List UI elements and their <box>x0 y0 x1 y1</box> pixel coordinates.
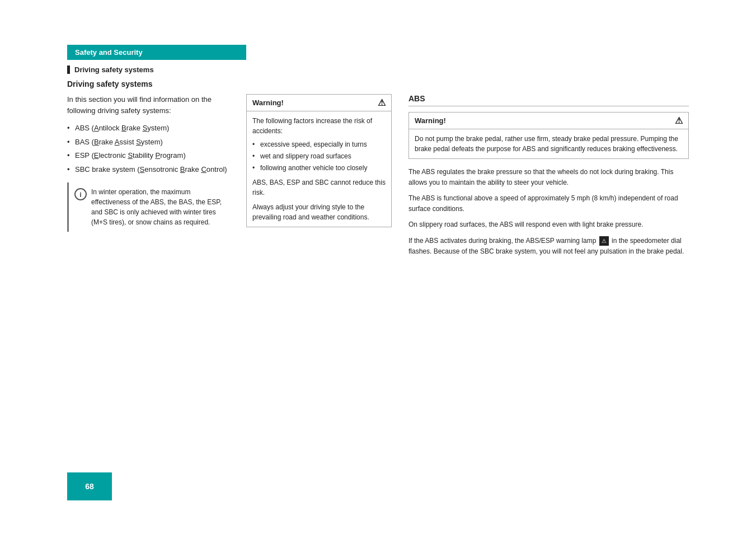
header-bar: Safety and Security <box>67 45 246 60</box>
abs-warning-body: Do not pump the brake pedal, rather use … <box>409 129 688 158</box>
warning-middle-label: Warning! <box>252 99 284 107</box>
header-title: Safety and Security <box>75 48 143 57</box>
section-heading: Driving safety systems <box>67 65 689 74</box>
abs-warning-label: Warning! <box>415 116 446 125</box>
list-item: SBC brake system (Sensotronic Brake Cont… <box>67 164 229 175</box>
warning-middle-body: The following factors increase the risk … <box>247 111 391 227</box>
intro-text: In this section you will find informatio… <box>67 94 229 116</box>
page-number: 68 <box>85 482 94 491</box>
abs-warning-header: Warning! ⚠ <box>409 113 688 129</box>
warning-middle-intro: The following factors increase the risk … <box>252 116 386 136</box>
abs-para-1: The ABS regulates the brake pressure so … <box>408 167 689 188</box>
sub-heading: Driving safety systems <box>67 79 689 88</box>
warning-middle-icon: ⚠ <box>378 97 386 108</box>
info-box: i In winter operation, the maximum effec… <box>67 182 229 232</box>
list-item: following another vehicle too closely <box>252 163 386 173</box>
list-item: ABS (Antilock Brake System) <box>67 123 229 134</box>
page-footer: 68 <box>67 472 112 500</box>
list-item: wet and slippery road surfaces <box>252 151 386 161</box>
info-icon: i <box>74 188 87 200</box>
page-container: Safety and Security Driving safety syste… <box>0 0 756 534</box>
list-item: excessive speed, especially in turns <box>252 139 386 149</box>
abs-heading: ABS <box>408 94 689 106</box>
abs-warning-text: Do not pump the brake pedal, rather use … <box>415 134 683 154</box>
list-item: ESP (Electronic Stability Program) <box>67 150 229 161</box>
main-content: In this section you will find informatio… <box>67 94 689 262</box>
warning-middle-text1: ABS, BAS, ESP and SBC cannot reduce this… <box>252 177 386 198</box>
abs-para-4: If the ABS activates during braking, the… <box>408 236 689 256</box>
list-item: BAS (Brake Assist System) <box>67 137 229 148</box>
abs-esp-warning-lamp-icon: ⚠ <box>599 236 609 246</box>
abs-para-2: The ABS is functional above a speed of a… <box>408 193 689 214</box>
col-right: ABS Warning! ⚠ Do not pump the brake ped… <box>408 94 689 262</box>
warning-middle-box: Warning! ⚠ The following factors increas… <box>246 94 392 227</box>
warning-middle-bullets: excessive speed, especially in turns wet… <box>252 139 386 173</box>
warning-middle-header: Warning! ⚠ <box>247 95 391 111</box>
info-text: In winter operation, the maximum effecti… <box>91 187 224 227</box>
warning-middle-text2: Always adjust your driving style to the … <box>252 202 386 222</box>
abs-warning-icon: ⚠ <box>675 115 683 126</box>
abs-warning-box: Warning! ⚠ Do not pump the brake pedal, … <box>408 112 689 159</box>
abs-para-3: On slippery road surfaces, the ABS will … <box>408 219 689 230</box>
col-middle: Warning! ⚠ The following factors increas… <box>246 94 392 262</box>
col-left: In this section you will find informatio… <box>67 94 229 262</box>
bullet-list: ABS (Antilock Brake System) BAS (Brake A… <box>67 123 229 175</box>
